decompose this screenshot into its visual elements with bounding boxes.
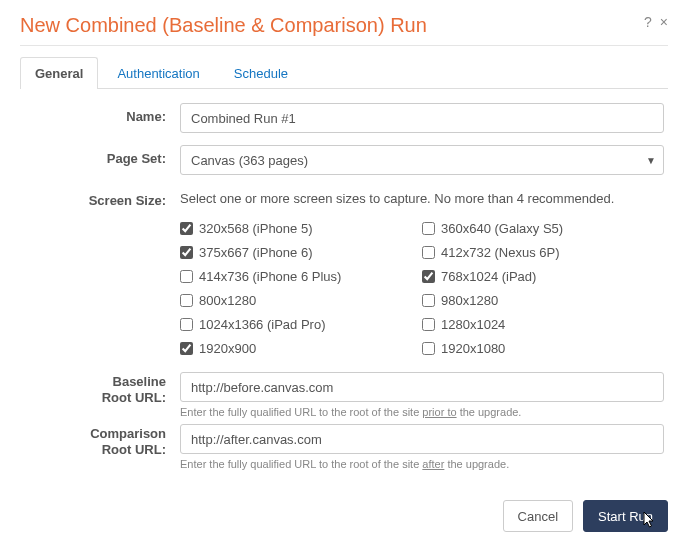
screensize-checkbox[interactable] bbox=[422, 318, 435, 331]
screensize-option-label: 360x640 (Galaxy S5) bbox=[441, 221, 563, 236]
screensize-option-label: 1024x1366 (iPad Pro) bbox=[199, 317, 325, 332]
screensize-option[interactable]: 414x736 (iPhone 6 Plus) bbox=[180, 264, 422, 288]
screensize-option[interactable]: 1920x900 bbox=[180, 336, 422, 360]
screensize-help: Select one or more screen sizes to captu… bbox=[180, 187, 664, 206]
screensize-option[interactable]: 320x568 (iPhone 5) bbox=[180, 216, 422, 240]
screensize-option-label: 1280x1024 bbox=[441, 317, 505, 332]
screensize-option[interactable]: 1280x1024 bbox=[422, 312, 664, 336]
row-baseline: Baseline Root URL: Enter the fully quali… bbox=[20, 372, 668, 418]
screensize-option-label: 320x568 (iPhone 5) bbox=[199, 221, 312, 236]
screensize-checkbox[interactable] bbox=[422, 222, 435, 235]
cancel-button[interactable]: Cancel bbox=[503, 500, 573, 532]
baseline-help: Enter the fully qualified URL to the roo… bbox=[180, 406, 664, 418]
screensize-option[interactable]: 360x640 (Galaxy S5) bbox=[422, 216, 664, 240]
screensize-option-label: 412x732 (Nexus 6P) bbox=[441, 245, 560, 260]
screensize-option[interactable]: 1920x1080 bbox=[422, 336, 664, 360]
label-name: Name: bbox=[20, 103, 180, 125]
row-pageset: Page Set: Canvas (363 pages) ▼ bbox=[20, 145, 668, 175]
tab-schedule[interactable]: Schedule bbox=[219, 57, 303, 89]
screensize-option[interactable]: 412x732 (Nexus 6P) bbox=[422, 240, 664, 264]
screensize-option[interactable]: 1024x1366 (iPad Pro) bbox=[180, 312, 422, 336]
screensize-checkbox[interactable] bbox=[180, 246, 193, 259]
row-name: Name: bbox=[20, 103, 668, 133]
comparison-help: Enter the fully qualified URL to the roo… bbox=[180, 458, 664, 470]
tabs: General Authentication Schedule bbox=[20, 56, 668, 89]
start-run-button[interactable]: Start Run bbox=[583, 500, 668, 532]
screensize-checkbox[interactable] bbox=[422, 342, 435, 355]
screensize-checkbox[interactable] bbox=[180, 270, 193, 283]
screensize-checkbox[interactable] bbox=[180, 342, 193, 355]
dialog-header-actions: ? × bbox=[644, 14, 668, 30]
screensize-option[interactable]: 980x1280 bbox=[422, 288, 664, 312]
screensize-checkbox[interactable] bbox=[422, 294, 435, 307]
tab-general[interactable]: General bbox=[20, 57, 98, 89]
screensize-option-label: 980x1280 bbox=[441, 293, 498, 308]
row-comparison: Comparison Root URL: Enter the fully qua… bbox=[20, 424, 668, 470]
screensize-option-label: 375x667 (iPhone 6) bbox=[199, 245, 312, 260]
dialog-header: New Combined (Baseline & Comparison) Run… bbox=[20, 14, 668, 46]
pageset-select[interactable]: Canvas (363 pages) bbox=[180, 145, 664, 175]
name-input[interactable] bbox=[180, 103, 664, 133]
label-pageset: Page Set: bbox=[20, 145, 180, 167]
baseline-url-input[interactable] bbox=[180, 372, 664, 402]
screensize-option-label: 800x1280 bbox=[199, 293, 256, 308]
screensize-checkbox[interactable] bbox=[422, 270, 435, 283]
screensize-option[interactable]: 800x1280 bbox=[180, 288, 422, 312]
dialog-title: New Combined (Baseline & Comparison) Run bbox=[20, 14, 427, 37]
screensize-option-label: 1920x900 bbox=[199, 341, 256, 356]
screensize-option-label: 1920x1080 bbox=[441, 341, 505, 356]
label-screensize: Screen Size: bbox=[20, 187, 180, 209]
dialog-footer: Cancel Start Run bbox=[503, 500, 668, 532]
tab-authentication[interactable]: Authentication bbox=[102, 57, 214, 89]
dialog: New Combined (Baseline & Comparison) Run… bbox=[0, 0, 688, 470]
screensize-option-label: 414x736 (iPhone 6 Plus) bbox=[199, 269, 341, 284]
screensize-checkbox[interactable] bbox=[180, 318, 193, 331]
label-comparison: Comparison Root URL: bbox=[20, 424, 180, 457]
close-icon[interactable]: × bbox=[660, 14, 668, 30]
screensize-checkbox[interactable] bbox=[180, 222, 193, 235]
comparison-url-input[interactable] bbox=[180, 424, 664, 454]
screensize-option-label: 768x1024 (iPad) bbox=[441, 269, 536, 284]
screensize-option[interactable]: 375x667 (iPhone 6) bbox=[180, 240, 422, 264]
label-baseline: Baseline Root URL: bbox=[20, 372, 180, 405]
screensize-grid: 320x568 (iPhone 5)375x667 (iPhone 6)414x… bbox=[180, 216, 664, 360]
screensize-checkbox[interactable] bbox=[180, 294, 193, 307]
screensize-checkbox[interactable] bbox=[422, 246, 435, 259]
screensize-option[interactable]: 768x1024 (iPad) bbox=[422, 264, 664, 288]
row-screensize: Screen Size: Select one or more screen s… bbox=[20, 187, 668, 360]
help-icon[interactable]: ? bbox=[644, 14, 652, 30]
